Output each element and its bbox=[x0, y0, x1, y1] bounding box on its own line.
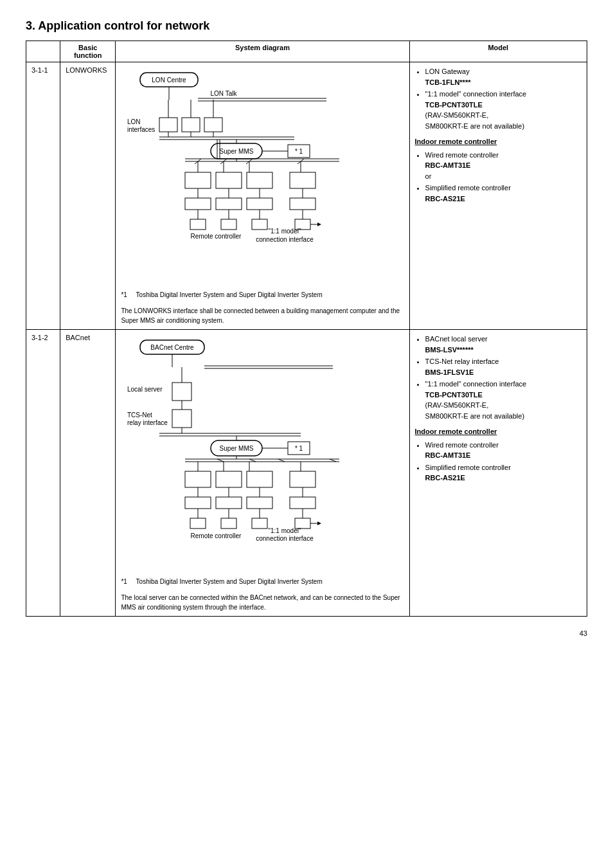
svg-rect-41 bbox=[290, 172, 315, 188]
svg-text:"1:1 model": "1:1 model" bbox=[269, 228, 301, 235]
main-table: Basic function System diagram Model 3-1-… bbox=[26, 41, 587, 617]
header-system-diagram: System diagram bbox=[116, 41, 409, 62]
section-num-1: 3-1-1 bbox=[26, 62, 60, 330]
table-row: 3-1-1 LONWORKS LON Centre LON Talk bbox=[26, 62, 587, 330]
header-num bbox=[26, 41, 60, 62]
svg-rect-8 bbox=[159, 118, 177, 132]
svg-text:Super MMS: Super MMS bbox=[220, 445, 254, 452]
svg-line-88 bbox=[249, 459, 256, 462]
svg-rect-10 bbox=[204, 118, 222, 132]
header-model: Model bbox=[409, 41, 587, 62]
svg-rect-103 bbox=[185, 497, 211, 509]
basic-func-2: BACnet bbox=[60, 330, 116, 617]
footnote-1-1: *1 Toshiba Digital Inverter System and S… bbox=[121, 290, 404, 300]
section-num-2: 3-1-2 bbox=[26, 330, 60, 617]
svg-rect-39 bbox=[216, 172, 242, 188]
basic-func-1: LONWORKS bbox=[60, 62, 116, 330]
svg-rect-106 bbox=[290, 497, 315, 509]
svg-rect-46 bbox=[185, 198, 211, 210]
svg-text:interfaces: interfaces bbox=[127, 126, 155, 133]
svg-text:* 1: * 1 bbox=[295, 148, 303, 155]
header-basic-function: Basic function bbox=[60, 41, 116, 62]
svg-text:connection interface: connection interface bbox=[256, 535, 314, 542]
page-number: 43 bbox=[26, 629, 587, 637]
svg-text:LON Talk: LON Talk bbox=[211, 90, 238, 97]
svg-rect-98 bbox=[290, 471, 315, 487]
svg-rect-105 bbox=[247, 497, 272, 509]
footnote-2-1: *1 Toshiba Digital Inverter System and S… bbox=[121, 577, 404, 586]
diagram-1: LON Centre LON Talk LON interfaces bbox=[116, 62, 409, 330]
svg-text:* 1: * 1 bbox=[295, 445, 303, 452]
svg-line-89 bbox=[278, 459, 285, 462]
svg-line-87 bbox=[217, 459, 224, 462]
svg-marker-59 bbox=[317, 222, 321, 226]
svg-text:connection interface: connection interface bbox=[256, 236, 314, 243]
svg-rect-48 bbox=[247, 198, 272, 210]
svg-rect-40 bbox=[247, 172, 272, 188]
svg-rect-111 bbox=[190, 518, 206, 529]
svg-line-90 bbox=[330, 459, 336, 462]
svg-rect-104 bbox=[216, 497, 242, 509]
svg-text:Remote controller: Remote controller bbox=[191, 532, 242, 539]
bacnet-diagram-svg: BACnet Centre Local server bbox=[121, 334, 384, 572]
svg-rect-112 bbox=[221, 518, 236, 529]
svg-rect-56 bbox=[252, 219, 267, 230]
svg-rect-97 bbox=[247, 471, 272, 487]
svg-text:Local server: Local server bbox=[127, 386, 163, 393]
footnote-1-2: The LONWORKS interface shall be connecte… bbox=[121, 306, 404, 325]
model-1: LON GatewayTCB-1FLN**** "1:1 model" conn… bbox=[409, 62, 587, 330]
svg-text:Super MMS: Super MMS bbox=[220, 148, 254, 155]
svg-rect-73 bbox=[172, 410, 191, 428]
page-title: 3. Application control for network bbox=[26, 19, 587, 33]
svg-text:LON Centre: LON Centre bbox=[152, 77, 187, 84]
svg-rect-38 bbox=[185, 172, 211, 188]
svg-rect-55 bbox=[221, 219, 236, 230]
svg-rect-9 bbox=[182, 118, 200, 132]
svg-text:LON: LON bbox=[127, 118, 141, 125]
svg-text:relay interface: relay interface bbox=[127, 419, 168, 426]
lonworks-diagram-svg: LON Centre LON Talk LON interfaces bbox=[121, 66, 384, 285]
svg-rect-113 bbox=[252, 518, 267, 529]
svg-rect-96 bbox=[216, 471, 242, 487]
svg-text:TCS-Net: TCS-Net bbox=[127, 411, 152, 419]
svg-text:Remote controller: Remote controller bbox=[191, 233, 242, 240]
svg-rect-47 bbox=[216, 198, 242, 210]
svg-rect-54 bbox=[190, 219, 206, 230]
footnote-2-2: The local server can be connected within… bbox=[121, 593, 404, 612]
svg-rect-49 bbox=[290, 198, 315, 210]
model-2: BACnet local serverBMS-LSV****** TCS-Net… bbox=[409, 330, 587, 617]
svg-text:BACnet Centre: BACnet Centre bbox=[151, 344, 195, 351]
svg-rect-95 bbox=[185, 471, 211, 487]
table-row: 3-1-2 BACnet BACnet Centre bbox=[26, 330, 587, 617]
svg-marker-116 bbox=[317, 521, 321, 525]
diagram-2: BACnet Centre Local server bbox=[116, 330, 409, 617]
svg-rect-69 bbox=[172, 383, 191, 401]
svg-text:"1:1 model": "1:1 model" bbox=[269, 527, 301, 534]
